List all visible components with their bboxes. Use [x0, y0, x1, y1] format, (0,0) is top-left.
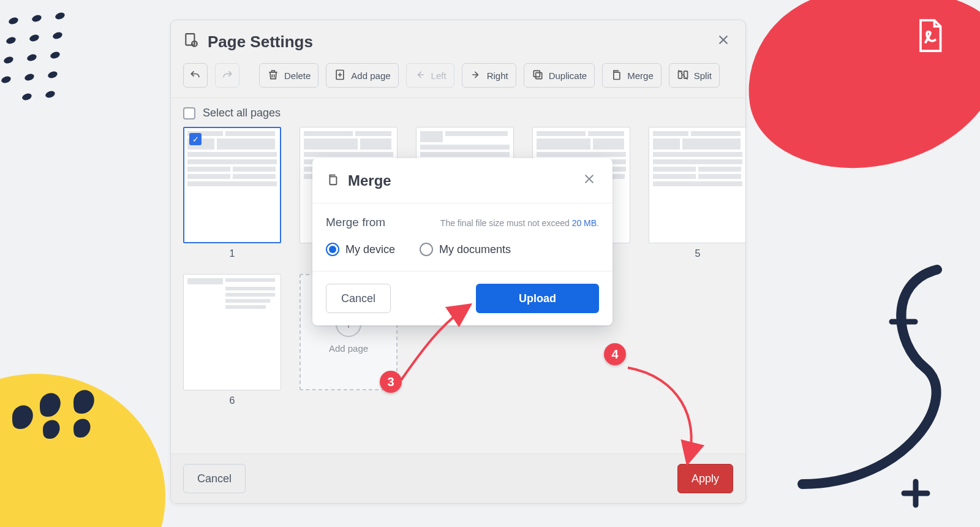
add-page-placeholder-label: Add page — [329, 343, 368, 354]
decorative-plus-icon — [888, 306, 919, 337]
split-button[interactable]: Split — [669, 63, 720, 88]
svg-point-6 — [3, 56, 14, 65]
page-thumbnail[interactable]: 5 — [649, 127, 745, 259]
delete-button[interactable]: Delete — [259, 63, 318, 88]
radio-my-device[interactable]: My device — [326, 243, 395, 256]
move-left-button[interactable]: Left — [406, 63, 454, 88]
merge-label: Merge — [627, 70, 654, 81]
svg-rect-18 — [533, 70, 540, 77]
svg-point-13 — [45, 90, 56, 99]
delete-label: Delete — [284, 70, 311, 81]
footer-apply-label: Apply — [692, 472, 719, 485]
undo-button[interactable] — [183, 63, 208, 88]
footer-cancel-label: Cancel — [197, 472, 232, 485]
pdf-logo-icon — [911, 17, 948, 54]
add-page-button[interactable]: Add page — [326, 63, 398, 88]
svg-point-3 — [6, 36, 17, 45]
svg-rect-14 — [186, 34, 194, 45]
move-left-label: Left — [431, 70, 447, 81]
modal-footer: Cancel Upload — [312, 271, 612, 325]
svg-point-4 — [29, 34, 40, 43]
modal-body: Merge from The final file size must not … — [312, 203, 612, 271]
toolbar: Delete Add page Left Right Duplicate Mer… — [171, 63, 745, 98]
radio-dot-icon — [326, 243, 339, 256]
footer-cancel-button[interactable]: Cancel — [183, 464, 246, 493]
selected-check-icon: ✓ — [189, 133, 202, 145]
duplicate-icon — [532, 69, 544, 83]
add-page-label: Add page — [351, 70, 390, 81]
merge-modal: Merge Merge from The final file size mus… — [312, 158, 612, 325]
merge-icon — [610, 69, 622, 83]
move-right-label: Right — [487, 70, 508, 81]
svg-point-5 — [52, 31, 63, 40]
split-icon — [677, 69, 689, 83]
arrow-left-icon — [414, 69, 426, 83]
add-page-icon — [334, 69, 346, 83]
decorative-beans — [6, 380, 153, 441]
modal-title: Merge — [348, 172, 391, 189]
move-right-button[interactable]: Right — [462, 63, 516, 88]
decorative-squiggle — [784, 264, 956, 496]
svg-point-9 — [1, 75, 12, 85]
page-thumbnail[interactable]: 6 — [183, 274, 281, 406]
file-size-hint: The final file size must not exceed 20 M… — [440, 218, 599, 228]
decorative-red-blob — [736, 0, 980, 183]
svg-point-0 — [8, 17, 19, 26]
select-all-row[interactable]: Select all pages — [171, 98, 745, 127]
radio-my-documents[interactable]: My documents — [420, 243, 511, 256]
svg-point-12 — [21, 93, 32, 102]
page-settings-icon — [183, 32, 199, 51]
radio-my-device-label: My device — [345, 243, 395, 256]
merge-button[interactable]: Merge — [602, 63, 662, 88]
modal-cancel-label: Cancel — [341, 292, 375, 305]
radio-my-documents-label: My documents — [439, 243, 511, 256]
duplicate-button[interactable]: Duplicate — [524, 63, 595, 88]
arrow-right-icon — [470, 69, 482, 83]
split-label: Split — [694, 70, 712, 81]
window-footer: Cancel Apply — [171, 453, 745, 503]
svg-rect-19 — [614, 72, 620, 79]
svg-rect-17 — [535, 72, 541, 78]
page-number: 1 — [183, 243, 281, 259]
select-all-checkbox[interactable] — [183, 107, 195, 119]
decorative-yellow-blob — [0, 374, 165, 527]
select-all-label: Select all pages — [203, 107, 281, 119]
footer-apply-button[interactable]: Apply — [677, 464, 733, 493]
page-number: 5 — [649, 243, 745, 259]
duplicate-label: Duplicate — [549, 70, 587, 81]
modal-upload-label: Upload — [519, 292, 556, 305]
window-title: Page Settings — [208, 32, 313, 51]
window-close-button[interactable] — [714, 30, 733, 53]
redo-button[interactable] — [215, 63, 239, 88]
modal-close-button[interactable] — [579, 170, 599, 191]
modal-header: Merge — [312, 158, 612, 203]
page-thumbnail[interactable]: ✓ 1 — [183, 127, 281, 259]
radio-dot-icon — [420, 243, 433, 256]
svg-point-11 — [47, 70, 58, 80]
page-number: 6 — [183, 390, 281, 406]
svg-point-7 — [26, 53, 37, 63]
modal-upload-button[interactable]: Upload — [476, 284, 599, 313]
decorative-dots — [0, 10, 98, 126]
svg-point-8 — [50, 51, 61, 60]
modal-cancel-button[interactable]: Cancel — [326, 284, 391, 313]
trash-icon — [267, 69, 279, 83]
svg-point-1 — [31, 14, 42, 23]
svg-rect-22 — [330, 176, 336, 184]
svg-point-2 — [55, 12, 66, 21]
merge-icon — [326, 173, 339, 189]
decorative-plus-icon — [900, 478, 931, 509]
merge-from-label: Merge from — [326, 216, 385, 229]
titlebar: Page Settings — [171, 20, 745, 63]
svg-point-10 — [24, 73, 35, 82]
